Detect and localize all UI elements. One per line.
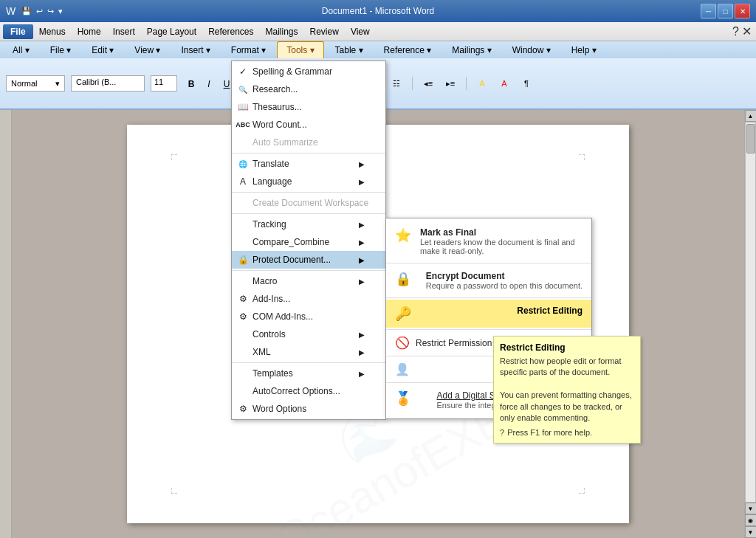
- research-icon: 🔍: [236, 83, 250, 96]
- style-dropdown[interactable]: Normal ▾: [6, 75, 65, 92]
- customize-quick-btn[interactable]: ▾: [57, 5, 64, 18]
- highlight-btn[interactable]: A: [474, 75, 490, 92]
- insert-menu-btn[interactable]: Insert: [107, 24, 141, 39]
- translate-item[interactable]: 🌐 Translate ▶: [232, 155, 385, 173]
- show-markup-btn[interactable]: ¶: [518, 75, 535, 92]
- tab-all[interactable]: All ▾: [3, 41, 39, 58]
- add-ins-item[interactable]: ⚙ Add-Ins...: [232, 290, 385, 308]
- mark-as-final-desc: Let readers know the document is final a…: [420, 238, 583, 255]
- protect-sep1: [386, 263, 591, 263]
- autocorrect-item[interactable]: AutoCorrect Options...: [232, 382, 385, 400]
- menubar: File Menus Home Insert Page Layout Refer…: [0, 22, 756, 41]
- review-menu-btn[interactable]: Review: [304, 24, 345, 39]
- margin-mark-tl: [171, 154, 177, 155]
- undo-quick-btn[interactable]: ↩: [35, 5, 44, 18]
- autocorrect-icon: [236, 384, 250, 398]
- close-doc-btn[interactable]: ✕: [740, 23, 753, 40]
- redo-quick-btn[interactable]: ↪: [46, 5, 55, 18]
- mark-as-final-icon: ⭐: [395, 227, 411, 244]
- margin-mark-tr2: [584, 154, 585, 160]
- margin-mark-br2: [584, 488, 585, 494]
- page-layout-menu-btn[interactable]: Page Layout: [141, 24, 202, 39]
- indent-increase-btn[interactable]: ▸≡: [442, 75, 458, 92]
- scroll-up-btn[interactable]: ▲: [745, 110, 757, 122]
- tab-mailings[interactable]: Mailings ▾: [442, 41, 501, 58]
- minimize-btn[interactable]: ─: [701, 4, 716, 18]
- tools-dropdown-menu: ✓ Spelling & Grammar 🔍 Research... 📖 The…: [231, 61, 386, 420]
- macro-item[interactable]: Macro ▶: [232, 272, 385, 290]
- references-menu-btn[interactable]: References: [202, 24, 259, 39]
- tab-insert[interactable]: Insert ▾: [172, 41, 220, 58]
- file-menu-btn[interactable]: File: [3, 24, 33, 39]
- margin-mark-bl2: [171, 488, 172, 494]
- xml-item[interactable]: XML ▶: [232, 343, 385, 361]
- tab-tools[interactable]: Tools ▾: [277, 41, 323, 58]
- tab-file[interactable]: File ▾: [41, 41, 81, 58]
- language-arrow: ▶: [359, 178, 365, 186]
- home-menu-btn[interactable]: Home: [72, 24, 107, 39]
- close-btn[interactable]: ✕: [735, 4, 750, 18]
- browse-next-btn[interactable]: ▼: [745, 526, 757, 538]
- tab-view[interactable]: View ▾: [125, 41, 170, 58]
- encrypt-document-item[interactable]: 🔒 Encrypt Document Require a password to…: [386, 265, 591, 296]
- menu-sep3: [232, 213, 385, 214]
- tooltip-description: Restrict how people edit or format speci…: [500, 356, 634, 424]
- font-size-dropdown[interactable]: 11: [151, 75, 177, 92]
- ribbon-tabs: All ▾ File ▾ Edit ▾ View ▾ Insert ▾ Form…: [0, 41, 756, 58]
- encrypt-document-label: Encrypt Document: [426, 271, 583, 281]
- scroll-down-btn[interactable]: ▼: [745, 503, 757, 514]
- com-add-ins-icon: ⚙: [236, 310, 250, 323]
- help-icon-btn[interactable]: ?: [731, 24, 740, 40]
- titlebar: W 💾 ↩ ↪ ▾ Document1 - Microsoft Word ─ □…: [0, 0, 756, 22]
- maximize-btn[interactable]: □: [718, 4, 733, 18]
- mailings-menu-btn[interactable]: Mailings: [260, 24, 304, 39]
- font-value: Calibri (B...: [76, 77, 116, 86]
- macro-arrow: ▶: [359, 277, 365, 286]
- bold-btn[interactable]: B: [183, 76, 199, 92]
- word-count-item[interactable]: ABC Word Count...: [232, 116, 385, 134]
- italic-btn[interactable]: I: [201, 76, 217, 92]
- xml-arrow: ▶: [359, 348, 365, 356]
- spelling-icon: ✓: [236, 65, 250, 78]
- style-value: Normal: [11, 79, 37, 88]
- menus-menu-btn[interactable]: Menus: [33, 24, 72, 39]
- block-authors-icon: 👤: [395, 362, 410, 376]
- digital-signature-icon: 🏅: [395, 390, 411, 407]
- restrict-editing-item[interactable]: 🔑 Restrict Editing: [386, 300, 591, 328]
- f1-help-icon: ?: [500, 428, 504, 437]
- protect-document-item[interactable]: 🔒 Protect Document... ▶: [232, 251, 385, 269]
- word-options-item[interactable]: ⚙ Word Options: [232, 400, 385, 418]
- mark-as-final-item[interactable]: ⭐ Mark as Final Let readers know the doc…: [386, 221, 591, 261]
- tab-help[interactable]: Help ▾: [562, 41, 606, 58]
- scroll-thumb[interactable]: [746, 124, 755, 154]
- spelling-grammar-item[interactable]: ✓ Spelling & Grammar: [232, 63, 385, 80]
- indent-decrease-btn[interactable]: ◂≡: [420, 75, 436, 92]
- tracking-item[interactable]: Tracking ▶: [232, 215, 385, 233]
- tab-reference[interactable]: Reference ▾: [374, 41, 441, 58]
- translate-arrow: ▶: [359, 160, 365, 168]
- tab-format[interactable]: Format ▾: [221, 41, 275, 58]
- com-add-ins-item[interactable]: ⚙ COM Add-Ins...: [232, 308, 385, 325]
- font-color-btn[interactable]: A: [496, 75, 512, 92]
- tab-edit[interactable]: Edit ▾: [82, 41, 123, 58]
- tab-table[interactable]: Table ▾: [326, 41, 373, 58]
- language-item[interactable]: A Language ▶: [232, 173, 385, 190]
- margin-mark-tl2: [171, 154, 172, 160]
- numbered-list-btn[interactable]: ☷: [388, 75, 405, 92]
- templates-item[interactable]: Templates ▶: [232, 365, 385, 382]
- tooltip-f1-help: ? Press F1 for more help.: [500, 428, 634, 437]
- restrict-permission-label: Restrict Permission: [416, 338, 492, 348]
- research-item[interactable]: 🔍 Research...: [232, 80, 385, 98]
- restrict-editing-label: Restrict Editing: [517, 306, 583, 316]
- controls-item[interactable]: Controls ▶: [232, 325, 385, 343]
- font-dropdown[interactable]: Calibri (B...: [71, 75, 145, 92]
- translate-icon: 🌐: [236, 157, 250, 170]
- view-menu-btn[interactable]: View: [345, 24, 376, 39]
- browse-prev-btn[interactable]: ◉: [745, 514, 757, 526]
- f1-help-text: Press F1 for more help.: [507, 428, 592, 437]
- thesaurus-item[interactable]: 📖 Thesaurus...: [232, 98, 385, 116]
- save-quick-btn[interactable]: 💾: [20, 5, 33, 18]
- compare-combine-item[interactable]: Compare_Combine ▶: [232, 233, 385, 251]
- macro-icon: [236, 275, 250, 288]
- tab-window[interactable]: Window ▾: [503, 41, 560, 58]
